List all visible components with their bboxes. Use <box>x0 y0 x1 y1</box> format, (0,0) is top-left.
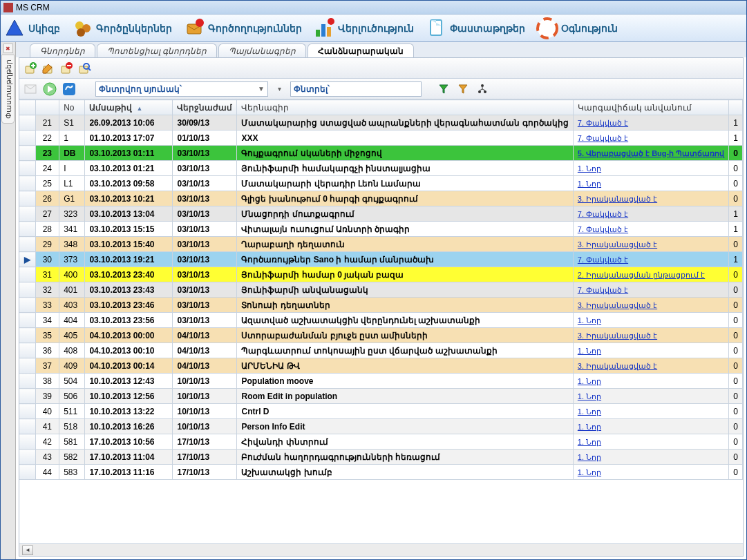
data-grid[interactable]: No Ամսաթիվ▲ Վերջնաժամ Վերնագիր Կարգավիճա… <box>19 99 743 543</box>
status-link[interactable]: 5. Վերաբացված է Bug-ի Պատճառով <box>578 149 724 157</box>
status-link[interactable]: 7. Փակված է <box>578 225 628 233</box>
table-row[interactable]: 3340303.10.2013 23:4603/10/13Տոնուսի դեղ… <box>19 298 743 313</box>
status-link[interactable]: 1. Նոր <box>578 468 601 476</box>
status-link[interactable]: 3. Իրականացված է <box>578 331 657 340</box>
table-row[interactable]: ▶3037303.10.2013 19:2103/10/13Գործառույթ… <box>19 252 743 267</box>
status-link[interactable]: 7. Փակված է <box>578 134 628 142</box>
toolbar-help[interactable]: Օգնություն <box>536 17 618 39</box>
col-header-no[interactable] <box>35 100 59 115</box>
view-button[interactable] <box>76 60 93 77</box>
table-row[interactable]: 21S126.09.2013 10:0630/09/13Մատակարարից … <box>19 115 743 131</box>
col-header-enddate[interactable]: Վերջնաժամ <box>173 100 237 115</box>
table-row[interactable]: 3850410.10.2013 12:4310/10/13Population … <box>19 374 743 389</box>
row-handle <box>19 434 35 450</box>
status-link[interactable]: 1. Նոր <box>578 392 601 400</box>
table-row[interactable]: 22101.10.2013 17:0701/10/13XXX7. Փակված … <box>19 131 743 146</box>
clear-filter-button[interactable]: ▾ <box>271 81 287 97</box>
row-status: 3. Իրականացված է <box>573 298 728 313</box>
tree-icon[interactable] <box>474 81 491 97</box>
row-date: 03.10.2013 23:43 <box>85 282 173 298</box>
toolbar-documents[interactable]: Փաստաթղթեր <box>425 17 525 39</box>
row-date: 03.10.2013 13:04 <box>85 206 173 222</box>
funnel-green-icon[interactable] <box>435 81 452 97</box>
tab-buyers[interactable]: Գնորդներ <box>30 44 95 57</box>
row-subject: Գործառույթներ Sano ի համար մանրածախ <box>237 252 573 267</box>
status-link[interactable]: 3. Իրականացված է <box>578 362 657 370</box>
col-header-subject[interactable]: Վերնագիր <box>237 100 573 115</box>
horizontal-scrollbar[interactable]: ◄ <box>19 543 743 556</box>
col-header-flag[interactable]: No <box>59 100 85 115</box>
status-link[interactable]: 1. Նոր <box>578 453 601 461</box>
table-row[interactable]: 26G103.10.2013 10:2103/10/13Գլիցե խանութ… <box>19 191 743 206</box>
delete-button[interactable] <box>58 60 75 77</box>
status-link[interactable]: 1. Նոր <box>578 377 601 385</box>
funnel-gold-icon[interactable] <box>455 81 471 97</box>
table-row[interactable]: 4358217.10.2013 11:0417/10/13Բուժման հաղ… <box>19 450 743 465</box>
status-link[interactable]: 3. Իրականացված է <box>578 301 657 309</box>
status-link[interactable]: 7. Փակված է <box>578 210 628 218</box>
toolbar-partners[interactable]: Գործընկերներ <box>71 17 172 39</box>
row-date: 04.10.2013 00:10 <box>85 343 173 358</box>
sort-indicator-icon: ▲ <box>136 105 142 112</box>
table-row[interactable]: 3140003.10.2013 23:4003/10/13Յունիֆարմի … <box>19 267 743 282</box>
row-num: 33 <box>35 298 59 313</box>
toolbar-analytics[interactable]: Վերլուծություն <box>313 17 414 39</box>
table-row[interactable]: 3440403.10.2013 23:5603/10/13Ազատված աշխ… <box>19 313 743 328</box>
tab-potential[interactable]: Պոտենցիալ գնորդներ <box>97 44 217 57</box>
toolbar-label: Օգնություն <box>561 23 618 34</box>
status-link[interactable]: 1. Նոր <box>578 347 601 355</box>
row-flag: 504 <box>59 374 85 389</box>
sidebar-vertical-tab[interactable]: Փաստաթղթեր <box>1 55 15 124</box>
row-num: 36 <box>35 343 59 358</box>
filter-column-combo[interactable]: Փնտրվող սյունակ՝ ▼ <box>95 81 268 97</box>
status-link[interactable]: 1. Նոր <box>578 180 601 188</box>
col-header-handle[interactable] <box>19 100 35 115</box>
mail-button[interactable] <box>22 81 39 97</box>
run-button[interactable] <box>41 81 58 97</box>
col-header-date[interactable]: Ամսաթիվ▲ <box>85 100 173 115</box>
status-link[interactable]: 7. Փակված է <box>578 286 628 294</box>
scroll-left-button[interactable]: ◄ <box>22 545 33 555</box>
row-flag: DB <box>59 146 85 161</box>
table-row[interactable]: 25L103.10.2013 09:5803/10/13Մատակարարի վ… <box>19 176 743 191</box>
table-row[interactable]: 2934803.10.2013 15:4003/10/13Ղարաբաղի դե… <box>19 237 743 252</box>
status-link[interactable]: 1. Նոր <box>578 423 601 431</box>
table-row[interactable]: 3950610.10.2013 12:5610/10/13Room Edit i… <box>19 389 743 404</box>
table-row[interactable]: 4051110.10.2013 13:2210/10/13Cntrl D1. Ն… <box>19 404 743 419</box>
status-link[interactable]: 2. Իրականացման ընթացքում է <box>578 271 705 279</box>
table-row[interactable]: 23DB03.10.2013 01:1103/10/13Գույքագրում … <box>19 146 743 161</box>
status-link[interactable]: 7. Փակված է <box>578 255 628 264</box>
table-row[interactable]: 4258117.10.2013 10:5617/10/13Հիվանդի փնտ… <box>19 434 743 450</box>
status-link[interactable]: 1. Նոր <box>578 407 601 416</box>
table-row[interactable]: 3740904.10.2013 00:1404/10/13ԱՐՄԵՆԻԱ ԹՎ3… <box>19 358 743 374</box>
col-header-status[interactable]: Կարգավիճակ անվանում <box>573 100 728 115</box>
table-row[interactable]: 4458317.10.2013 11:1617/10/13Աշխատակցի խ… <box>19 465 743 480</box>
toolbar-processes[interactable]: Գործողություններ <box>183 17 302 39</box>
row-subject: Person Info Edit <box>237 419 573 434</box>
filter-value-combo[interactable]: Փնտրել՝ <box>290 81 422 97</box>
svg-point-2 <box>77 28 85 37</box>
status-link[interactable]: 1. Նոր <box>578 438 601 446</box>
add-button[interactable] <box>22 60 39 77</box>
status-link[interactable]: 3. Իրականացված է <box>578 195 657 203</box>
table-row[interactable]: 2834103.10.2013 15:1503/10/13Վիտալայն ու… <box>19 222 743 237</box>
tab-contracts[interactable]: Պայմանագրեր <box>218 44 306 57</box>
status-link[interactable]: 1. Նոր <box>578 164 601 173</box>
col-header-last[interactable] <box>729 100 743 115</box>
status-link[interactable]: 3. Իրականացված է <box>578 240 657 249</box>
table-row[interactable]: 3240103.10.2013 23:4303/10/13Յունիֆարմի … <box>19 282 743 298</box>
table-row[interactable]: 4151810.10.2013 16:2610/10/13Person Info… <box>19 419 743 434</box>
report-button[interactable] <box>61 81 77 97</box>
table-row[interactable]: 24I03.10.2013 01:2103/10/13Յունիֆարմի հա… <box>19 161 743 176</box>
status-link[interactable]: 7. Փակված է <box>578 119 628 127</box>
status-link[interactable]: 1. Նոր <box>578 316 601 325</box>
table-row[interactable]: 3540504.10.2013 00:0004/10/13Ստորաբաժանմ… <box>19 328 743 343</box>
sidebar-pin-icon[interactable]: ✖ <box>3 44 13 53</box>
table-row[interactable]: 3640804.10.2013 00:1004/10/13Պարգևատրում… <box>19 343 743 358</box>
row-date: 03.10.2013 09:58 <box>85 176 173 191</box>
toolbar-home[interactable]: Սկիզբ <box>3 17 60 39</box>
tab-tasks[interactable]: Հանձնարարական <box>308 44 414 57</box>
table-row[interactable]: 2732303.10.2013 13:0403/10/13Մնացորդի մո… <box>19 206 743 222</box>
edit-button[interactable] <box>40 60 57 77</box>
row-status: 7. Փակված է <box>573 115 728 131</box>
